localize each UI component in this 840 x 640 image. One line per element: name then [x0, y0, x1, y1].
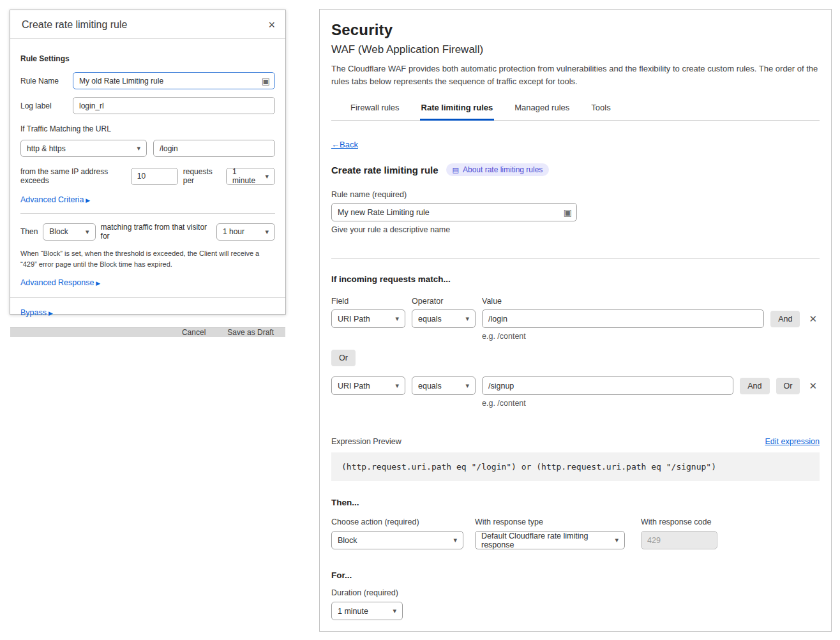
- advanced-criteria-link[interactable]: Advanced Criteria▶: [20, 195, 275, 204]
- chevron-right-icon: ▶: [86, 197, 90, 204]
- scheme-select[interactable]: http & https ▾: [20, 140, 147, 157]
- duration-label: Duration (required): [331, 588, 820, 597]
- period-select[interactable]: 1 minute ▾: [226, 168, 275, 185]
- about-rate-limiting-badge[interactable]: ▤ About rate limiting rules: [446, 163, 550, 176]
- form-title: Create rate limiting rule: [331, 165, 439, 175]
- or-button[interactable]: Or: [776, 378, 800, 394]
- threshold-row: from the same IP address exceeds request…: [20, 167, 275, 185]
- and-button[interactable]: And: [770, 311, 800, 327]
- field-select[interactable]: URI Path ▾: [331, 376, 405, 395]
- rule-name-row: Rule Name ▣: [20, 72, 275, 89]
- form-title-row: Create rate limiting rule ▤ About rate l…: [331, 163, 820, 176]
- autofill-icon[interactable]: ▣: [262, 77, 270, 86]
- rule-name-help: Give your rule a descriptive name: [331, 225, 820, 234]
- autofill-icon[interactable]: ▣: [564, 208, 572, 217]
- block-note: When “Block” is set, when the threshold …: [20, 248, 275, 269]
- action-select-value: Block: [49, 227, 68, 236]
- page-subtitle: WAF (Web Application Firewall): [331, 43, 820, 56]
- tab-managed-rules[interactable]: Managed rules: [513, 99, 571, 121]
- modal-footer: Cancel Save as Draft: [10, 327, 285, 337]
- tab-rate-limiting-rules[interactable]: Rate limiting rules: [420, 99, 495, 121]
- or-connector-button[interactable]: Or: [331, 350, 356, 366]
- caret-down-icon: ▾: [137, 144, 140, 153]
- rule-name-label: Rule Name: [20, 77, 73, 86]
- url-input[interactable]: [153, 140, 275, 157]
- choose-action-label: Choose action (required): [331, 517, 463, 526]
- value-hint: e.g. /content: [482, 332, 820, 341]
- security-waf-panel: Security WAF (Web Application Firewall) …: [319, 9, 832, 632]
- tab-tools[interactable]: Tools: [590, 99, 611, 121]
- condition-row: URI Path ▾ equals ▾ And Or ✕: [331, 376, 820, 395]
- caret-down-icon: ▾: [265, 172, 269, 181]
- condition-labels: Field Operator Value: [331, 297, 820, 306]
- rule-name-label: Rule name (required): [331, 190, 820, 199]
- then-middle: matching traffic from that visitor for: [101, 223, 211, 241]
- back-link[interactable]: ←Back: [331, 140, 358, 149]
- edit-expression-link[interactable]: Edit expression: [765, 437, 820, 446]
- operator-select[interactable]: equals ▾: [412, 309, 476, 328]
- caret-down-icon: ▾: [86, 228, 89, 236]
- modal-header: Create rate limiting rule ×: [10, 10, 285, 39]
- bypass-link[interactable]: Bypass▶: [20, 308, 275, 317]
- operator-select[interactable]: equals ▾: [412, 376, 476, 395]
- operator-label: Operator: [412, 297, 482, 306]
- modal-title: Create rate limiting rule: [22, 19, 127, 31]
- action-select[interactable]: Block ▾: [43, 223, 95, 241]
- divider: [331, 258, 820, 259]
- log-label-input[interactable]: [73, 97, 275, 114]
- rule-name-input[interactable]: [73, 72, 275, 89]
- choose-action-select[interactable]: Block ▾: [331, 531, 463, 549]
- then-controls: Choose action (required) Block ▾ With re…: [331, 517, 820, 549]
- chevron-right-icon: ▶: [96, 280, 100, 287]
- field-label: Field: [331, 297, 412, 306]
- caret-down-icon: ▾: [395, 315, 399, 323]
- value-input[interactable]: [482, 309, 764, 328]
- for-section-title: For...: [331, 570, 820, 580]
- caret-down-icon: ▾: [465, 315, 469, 323]
- caret-down-icon: ▾: [615, 536, 619, 544]
- then-row: Then Block ▾ matching traffic from that …: [20, 223, 275, 241]
- then-section-title: Then...: [331, 498, 820, 507]
- period-select-value: 1 minute: [232, 167, 260, 185]
- value-hint: e.g. /content: [482, 399, 820, 408]
- duration-select-value: 1 hour: [223, 227, 244, 236]
- advanced-response-link[interactable]: Advanced Response▶: [20, 278, 275, 287]
- threshold-input[interactable]: [131, 168, 178, 185]
- cancel-button[interactable]: Cancel: [182, 328, 206, 337]
- doc-icon: ▤: [453, 166, 459, 174]
- remove-condition-icon[interactable]: ✕: [806, 312, 820, 326]
- expression-preview-label: Expression Preview: [331, 437, 401, 446]
- value-label: Value: [482, 297, 502, 306]
- modal-body: Rule Settings Rule Name ▣ Log label If T…: [10, 39, 285, 327]
- rules-tabs: Firewall rules Rate limiting rules Manag…: [331, 99, 820, 121]
- rule-name-input[interactable]: [331, 203, 577, 221]
- and-button[interactable]: And: [740, 378, 769, 394]
- create-rate-limiting-rule-modal: Create rate limiting rule × Rule Setting…: [10, 10, 286, 315]
- field-select[interactable]: URI Path ▾: [331, 309, 405, 328]
- close-icon[interactable]: ×: [268, 19, 275, 31]
- caret-down-icon: ▾: [453, 536, 457, 544]
- response-type-label: With response type: [475, 517, 625, 526]
- caret-down-icon: ▾: [395, 382, 399, 390]
- then-label: Then: [20, 227, 38, 236]
- rule-settings-heading: Rule Settings: [20, 54, 275, 63]
- log-label-label: Log label: [20, 101, 73, 110]
- response-type-select[interactable]: Default Cloudflare rate limiting respons…: [475, 531, 625, 549]
- duration-select[interactable]: 1 hour ▾: [216, 223, 275, 241]
- duration-select[interactable]: 1 minute ▾: [331, 602, 403, 620]
- value-input[interactable]: [482, 376, 733, 395]
- log-label-row: Log label: [20, 97, 275, 114]
- expression-preview-row: Expression Preview Edit expression: [331, 437, 820, 446]
- url-match-row: http & https ▾: [20, 140, 275, 157]
- response-code-input: [641, 531, 717, 549]
- expression-code: (http.request.uri.path eq "/login") or (…: [331, 452, 820, 481]
- save-as-draft-button[interactable]: Save as Draft: [227, 328, 274, 337]
- tab-firewall-rules[interactable]: Firewall rules: [349, 99, 401, 121]
- caret-down-icon: ▾: [265, 228, 269, 236]
- caret-down-icon: ▾: [465, 382, 469, 390]
- page-title: Security: [331, 21, 820, 39]
- scheme-select-value: http & https: [27, 144, 66, 153]
- arrow-left-icon: ←: [331, 140, 340, 149]
- divider: [10, 297, 285, 298]
- remove-condition-icon[interactable]: ✕: [806, 379, 820, 393]
